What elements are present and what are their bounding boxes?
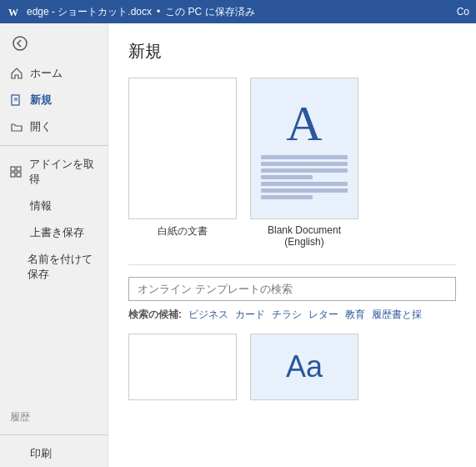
save-icon <box>10 226 23 239</box>
back-button[interactable] <box>7 30 33 57</box>
template-label-blank: 白紙の文書 <box>158 224 208 239</box>
title-bar-co: Co <box>457 6 469 18</box>
line-1 <box>261 155 348 159</box>
search-section: 検索の候補: ビジネス カード チラシ レター 教育 履歴書と採 <box>128 277 456 322</box>
bottom-template-grid: Aa <box>128 334 456 400</box>
sidebar-item-print[interactable]: 印刷 <box>0 440 108 467</box>
svg-point-2 <box>13 37 27 50</box>
template-card-english[interactable]: A Blank Document(English) <box>250 78 358 248</box>
search-suggestions: 検索の候補: ビジネス カード チラシ レター 教育 履歴書と採 <box>128 308 456 322</box>
home-icon <box>10 67 23 80</box>
svg-rect-6 <box>11 167 15 171</box>
search-label: 検索の候補: <box>128 308 182 322</box>
addin-icon <box>10 165 23 178</box>
print-icon <box>10 447 23 460</box>
line-3 <box>261 168 348 173</box>
sidebar-item-home[interactable]: ホーム <box>0 60 108 87</box>
section-divider <box>128 264 456 265</box>
template-thumb-blank <box>128 78 237 219</box>
sidebar-item-addin[interactable]: アドインを取得 <box>0 151 108 193</box>
svg-text:W: W <box>8 7 18 18</box>
sidebar-item-saveas[interactable]: 名前を付けて保存 <box>0 246 108 288</box>
aa-text: Aa <box>286 349 323 384</box>
word-logo: W <box>7 4 22 19</box>
main-content: 新規 白紙の文書 A <box>108 23 476 467</box>
sidebar: ホーム 新規 開く アドインを取得 情報 上書き保存 <box>0 23 108 467</box>
template-grid: 白紙の文書 A Blank Document(Englis <box>128 78 456 248</box>
sidebar-addin-label: アドインを取得 <box>29 157 98 187</box>
template-thumb-english: A <box>250 78 358 219</box>
template-lines <box>261 155 348 199</box>
svg-rect-8 <box>11 173 15 177</box>
search-tag-education[interactable]: 教育 <box>345 308 365 322</box>
title-bar-text: edge - ショートカット.docx <box>27 5 152 19</box>
template-card-aa[interactable]: Aa <box>250 334 358 400</box>
svg-rect-9 <box>17 173 21 177</box>
sidebar-new-label: 新規 <box>30 93 52 108</box>
open-icon <box>10 120 23 133</box>
info-icon <box>10 199 23 213</box>
back-icon <box>13 36 28 51</box>
search-tag-resume[interactable]: 履歴書と採 <box>372 308 422 322</box>
sidebar-divider-2 <box>0 434 108 435</box>
title-bar: W edge - ショートカット.docx • この PC に保存済み Co <box>0 0 476 23</box>
sidebar-item-open[interactable]: 開く <box>0 113 108 140</box>
line-6 <box>261 188 348 193</box>
page-title: 新規 <box>128 40 456 63</box>
sidebar-item-new[interactable]: 新規 <box>0 87 108 113</box>
line-5 <box>261 182 348 186</box>
title-bar-subtitle: この PC に保存済み <box>165 5 254 19</box>
template-a-letter: A <box>286 98 322 148</box>
line-7 <box>261 195 313 199</box>
sidebar-saveas-label: 名前を付けて保存 <box>28 252 98 282</box>
search-tag-business[interactable]: ビジネス <box>188 308 228 322</box>
sidebar-print-label: 印刷 <box>30 446 52 461</box>
line-4 <box>261 175 313 179</box>
title-bar-separator: • <box>157 6 160 18</box>
svg-rect-7 <box>17 167 21 171</box>
template-thumb-blank2 <box>128 334 237 400</box>
template-card-blank[interactable]: 白紙の文書 <box>128 78 237 248</box>
sidebar-info-label: 情報 <box>30 198 52 213</box>
sidebar-divider-1 <box>0 145 108 146</box>
search-tag-flyer[interactable]: チラシ <box>272 308 302 322</box>
template-card-blank2[interactable] <box>128 334 237 400</box>
sidebar-home-label: ホーム <box>30 66 63 81</box>
sidebar-section-history: 履歴 <box>0 405 108 429</box>
template-label-english: Blank Document(English) <box>268 224 341 248</box>
sidebar-item-overwrite[interactable]: 上書き保存 <box>0 219 108 246</box>
search-tag-card[interactable]: カード <box>235 308 265 322</box>
search-tag-letter[interactable]: レター <box>308 308 338 322</box>
new-doc-icon <box>10 93 23 107</box>
line-2 <box>261 162 348 166</box>
search-input[interactable] <box>128 277 456 301</box>
app-body: ホーム 新規 開く アドインを取得 情報 上書き保存 <box>0 23 476 467</box>
template-thumb-aa: Aa <box>250 334 358 400</box>
saveas-icon <box>10 260 21 274</box>
sidebar-item-info[interactable]: 情報 <box>0 193 108 219</box>
sidebar-overwrite-label: 上書き保存 <box>30 225 84 240</box>
sidebar-open-label: 開く <box>30 119 52 134</box>
